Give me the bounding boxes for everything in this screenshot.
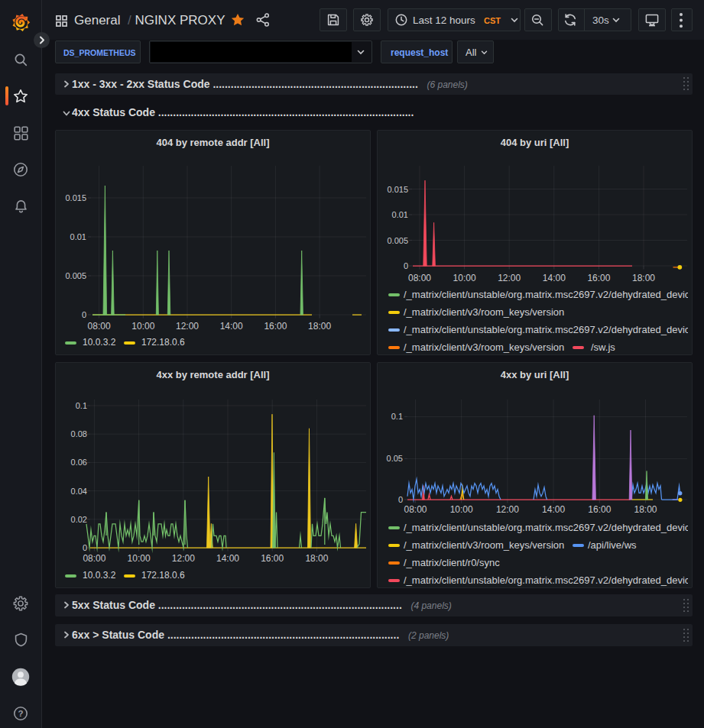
- svg-text:16:00: 16:00: [588, 504, 611, 515]
- svg-text:0: 0: [398, 495, 403, 504]
- svg-text:0.06: 0.06: [71, 458, 87, 467]
- svg-text:10:00: 10:00: [128, 553, 151, 564]
- svg-text:0.015: 0.015: [65, 193, 86, 202]
- svg-text:0.005: 0.005: [65, 271, 86, 280]
- svg-text:0: 0: [83, 543, 87, 552]
- svg-text:0: 0: [82, 310, 86, 319]
- svg-text:12:00: 12:00: [176, 321, 199, 332]
- svg-text:16:00: 16:00: [264, 321, 287, 332]
- svg-text:0.1: 0.1: [76, 401, 87, 410]
- svg-text:08:00: 08:00: [83, 553, 105, 564]
- svg-text:14:00: 14:00: [216, 553, 239, 564]
- svg-text:16:00: 16:00: [587, 273, 610, 283]
- svg-text:14:00: 14:00: [543, 273, 566, 283]
- svg-text:0.08: 0.08: [71, 429, 87, 438]
- svg-text:0.005: 0.005: [387, 236, 408, 245]
- svg-text:08:00: 08:00: [88, 321, 111, 332]
- svg-text:0.1: 0.1: [391, 412, 403, 421]
- svg-text:18:00: 18:00: [634, 504, 657, 515]
- svg-text:18:00: 18:00: [305, 553, 328, 564]
- svg-text:0.015: 0.015: [387, 185, 408, 194]
- svg-text:12:00: 12:00: [498, 273, 521, 283]
- svg-text:18:00: 18:00: [632, 273, 655, 283]
- svg-text:0.01: 0.01: [70, 232, 86, 241]
- svg-text:12:00: 12:00: [496, 504, 519, 515]
- svg-text:10:00: 10:00: [453, 273, 476, 283]
- svg-text:0.04: 0.04: [71, 487, 87, 496]
- svg-text:14:00: 14:00: [220, 321, 243, 332]
- svg-text:18:00: 18:00: [308, 321, 331, 332]
- svg-text:0: 0: [404, 261, 408, 270]
- svg-text:?: ?: [18, 709, 23, 718]
- svg-text:08:00: 08:00: [404, 504, 427, 515]
- svg-text:0.01: 0.01: [392, 210, 408, 219]
- svg-text:0.05: 0.05: [387, 454, 403, 463]
- svg-text:0.02: 0.02: [71, 515, 87, 524]
- svg-text:14:00: 14:00: [542, 504, 565, 515]
- svg-text:12:00: 12:00: [172, 553, 195, 564]
- svg-text:10:00: 10:00: [450, 504, 473, 515]
- svg-text:08:00: 08:00: [408, 273, 431, 283]
- svg-text:10:00: 10:00: [131, 321, 154, 332]
- svg-text:16:00: 16:00: [261, 553, 284, 564]
